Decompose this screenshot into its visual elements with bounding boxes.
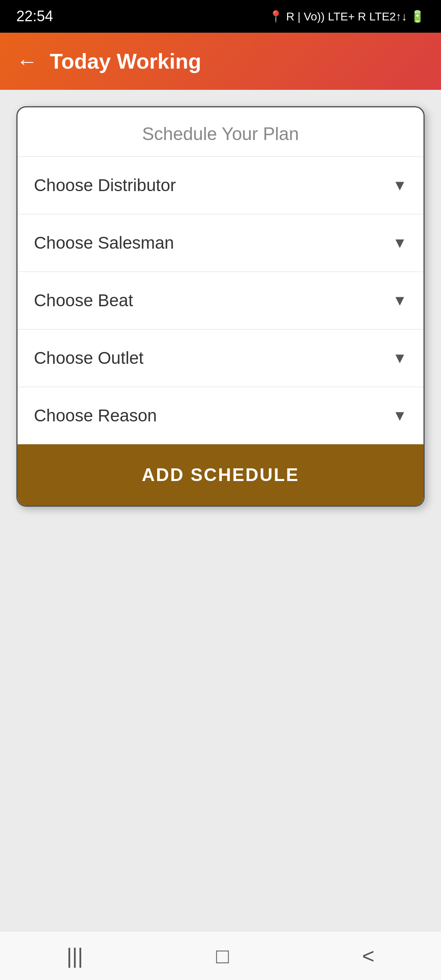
status-signal-icons: 📍 R | Vo)) LTE+ R LTE2↑↓ 🔋 (269, 10, 425, 23)
dropdown-reason-label: Choose Reason (34, 406, 157, 425)
status-bar: 22:54 📍 R | Vo)) LTE+ R LTE2↑↓ 🔋 (0, 0, 441, 33)
dropdown-distributor-label: Choose Distributor (34, 176, 176, 195)
main-content: Schedule Your Plan Choose Distributor ▼ … (0, 90, 441, 931)
status-time: 22:54 (16, 8, 53, 25)
dropdown-distributor[interactable]: Choose Distributor ▼ (18, 157, 423, 214)
add-schedule-button[interactable]: ADD SCHEDULE (18, 444, 423, 506)
nav-back-icon[interactable]: < (362, 944, 374, 968)
schedule-card: Schedule Your Plan Choose Distributor ▼ … (16, 106, 425, 507)
chevron-down-icon: ▼ (392, 350, 407, 367)
chevron-down-icon: ▼ (392, 234, 407, 252)
card-header: Schedule Your Plan (18, 107, 423, 157)
app-title: Today Working (50, 49, 201, 74)
status-icons: 📍 R | Vo)) LTE+ R LTE2↑↓ 🔋 (269, 10, 425, 23)
app-bar: ← Today Working (0, 33, 441, 90)
back-button[interactable]: ← (16, 51, 38, 72)
nav-recent-apps-icon[interactable]: ||| (67, 944, 83, 968)
dropdown-outlet[interactable]: Choose Outlet ▼ (18, 330, 423, 387)
dropdown-beat-label: Choose Beat (34, 291, 133, 310)
dropdown-outlet-label: Choose Outlet (34, 348, 144, 368)
add-schedule-button-label: ADD SCHEDULE (142, 465, 299, 485)
bottom-nav: ||| □ < (0, 931, 441, 980)
nav-home-icon[interactable]: □ (216, 944, 229, 968)
chevron-down-icon: ▼ (392, 177, 407, 194)
chevron-down-icon: ▼ (392, 292, 407, 309)
dropdown-reason[interactable]: Choose Reason ▼ (18, 387, 423, 444)
card-header-title: Schedule Your Plan (142, 124, 299, 144)
dropdown-salesman-label: Choose Salesman (34, 233, 174, 253)
chevron-down-icon: ▼ (392, 407, 407, 424)
dropdown-beat[interactable]: Choose Beat ▼ (18, 272, 423, 330)
dropdown-salesman[interactable]: Choose Salesman ▼ (18, 214, 423, 272)
